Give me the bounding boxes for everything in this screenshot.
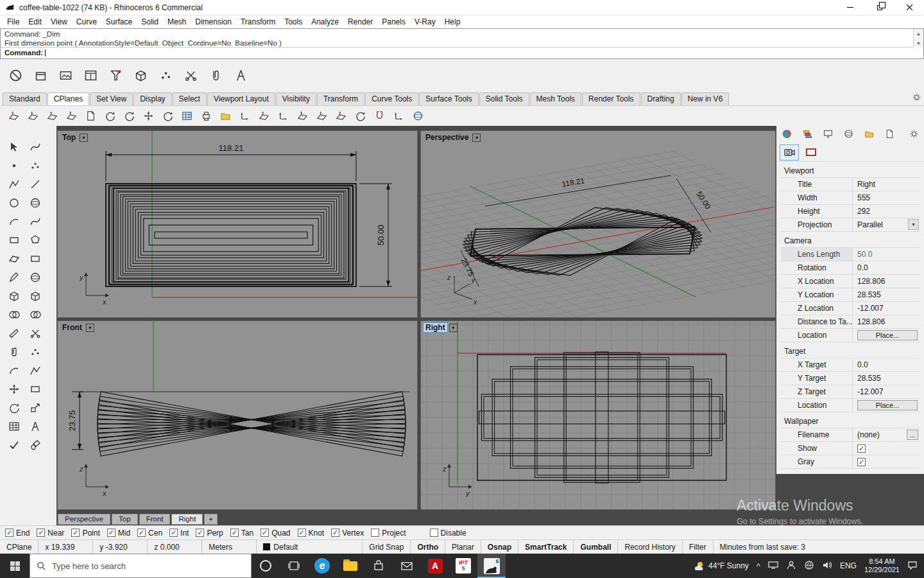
cylinder-tool-icon[interactable] bbox=[27, 288, 44, 304]
property-value[interactable]: 0.0 bbox=[853, 358, 920, 371]
menu-panels[interactable]: Panels bbox=[377, 16, 410, 28]
viewport-tab-perspective[interactable]: Perspective bbox=[58, 514, 110, 525]
cplane-view-icon[interactable] bbox=[63, 108, 80, 125]
osnap-mid[interactable]: ✓Mid bbox=[107, 529, 130, 538]
menu-mesh[interactable]: Mesh bbox=[163, 16, 191, 28]
osnap-tan[interactable]: ✓Tan bbox=[230, 529, 253, 538]
command-history[interactable]: Command: _Dim First dimension point ( An… bbox=[1, 29, 923, 48]
status-record-history[interactable]: Record History bbox=[618, 540, 682, 554]
polygon-tool-icon[interactable] bbox=[27, 232, 44, 249]
join-tool-icon[interactable] bbox=[6, 344, 22, 360]
start-button[interactable] bbox=[0, 554, 30, 578]
open-cplane-icon[interactable] bbox=[217, 108, 234, 125]
command-scrollbar[interactable]: ▲ ▼ bbox=[913, 29, 923, 48]
viewport-right-label[interactable]: Right ▾ bbox=[424, 323, 458, 332]
status-x[interactable]: x 19.339 bbox=[38, 540, 93, 554]
status-layer[interactable]: Default bbox=[257, 540, 363, 554]
new-viewport-tab[interactable]: + bbox=[204, 514, 218, 525]
trim-tool-icon[interactable] bbox=[6, 325, 22, 342]
viewport-perspective-label[interactable]: Perspective ▾ bbox=[424, 133, 481, 142]
tab-render-tools[interactable]: Render Tools bbox=[582, 92, 640, 105]
browse-button[interactable]: ... bbox=[907, 430, 918, 440]
split-tool-icon[interactable] bbox=[27, 325, 44, 342]
property-value[interactable]: 555 bbox=[853, 191, 920, 204]
status-z[interactable]: z 0.000 bbox=[148, 540, 202, 554]
language-indicator[interactable]: ENG bbox=[840, 561, 857, 570]
line-tool-icon[interactable] bbox=[27, 176, 44, 193]
world-front-icon[interactable] bbox=[313, 108, 330, 125]
status-units[interactable]: Meters bbox=[202, 540, 257, 554]
gumball-cplane-icon[interactable] bbox=[409, 108, 427, 125]
status-autosave[interactable]: Minutes from last save: 3 bbox=[714, 540, 924, 554]
osnap-project[interactable]: Project bbox=[371, 529, 406, 538]
checkbox[interactable]: ✓ bbox=[298, 529, 306, 537]
property-value[interactable]: 128.806 bbox=[853, 275, 920, 288]
scroll-down-icon[interactable]: ▼ bbox=[914, 39, 923, 48]
curve-tool-icon[interactable] bbox=[27, 213, 44, 230]
mirror-tool-icon[interactable] bbox=[27, 418, 44, 435]
projection-dropdown[interactable]: Parallel ▾ bbox=[853, 218, 920, 231]
notes-tab-icon[interactable] bbox=[884, 128, 895, 141]
arc-tool-icon[interactable] bbox=[6, 213, 22, 230]
tab-visibility[interactable]: Visibility bbox=[276, 92, 316, 105]
menu-render[interactable]: Render bbox=[343, 16, 377, 28]
viewport-perspective[interactable]: 118.2150.0023.75zxy Perspective ▾ bbox=[420, 130, 776, 318]
polyline-tool-icon[interactable] bbox=[6, 176, 22, 193]
libraries-tab-icon[interactable] bbox=[864, 128, 875, 141]
osnap-int[interactable]: ✓Int bbox=[169, 529, 189, 538]
points-tool-icon[interactable] bbox=[27, 157, 44, 174]
move-cplane-icon[interactable] bbox=[140, 108, 157, 125]
tilt-cplane-icon[interactable] bbox=[275, 108, 292, 125]
property-value[interactable]: 292 bbox=[853, 205, 920, 218]
status-smarttrack[interactable]: SmartTrack bbox=[518, 540, 574, 554]
checkbox[interactable]: ✓ bbox=[71, 529, 80, 537]
group-icon[interactable] bbox=[130, 66, 151, 86]
menu-file[interactable]: File bbox=[3, 16, 24, 28]
copy-tool-icon[interactable] bbox=[27, 381, 44, 398]
store-button[interactable] bbox=[364, 554, 393, 578]
viewport-top[interactable]: 118.2150.00yx Top ▾ bbox=[57, 130, 418, 318]
cplane-surface-icon[interactable] bbox=[44, 108, 61, 125]
checkbox[interactable]: ✓ bbox=[169, 529, 178, 537]
point-tool-icon[interactable] bbox=[6, 157, 22, 174]
cplane-world-icon[interactable] bbox=[5, 108, 22, 125]
minimize-button[interactable] bbox=[835, 0, 865, 15]
gray-checkbox[interactable]: ✓ bbox=[857, 458, 866, 466]
cplane-previous-icon[interactable] bbox=[101, 108, 119, 125]
search-input[interactable] bbox=[52, 561, 219, 571]
picture-frame-icon[interactable] bbox=[55, 66, 76, 86]
viewport-top-canvas[interactable]: 118.2150.00yx bbox=[58, 131, 417, 317]
adobe-button[interactable]: A bbox=[421, 554, 449, 578]
scissors-icon[interactable] bbox=[180, 66, 201, 86]
cplane-next-icon[interactable] bbox=[121, 108, 138, 125]
lasso-tool-icon[interactable] bbox=[27, 139, 44, 155]
menu-curve[interactable]: Curve bbox=[72, 16, 101, 28]
property-value[interactable]: 0.0 bbox=[853, 261, 920, 274]
cplane-z-icon[interactable] bbox=[255, 108, 273, 125]
viewport-tab-right[interactable]: Right bbox=[171, 514, 203, 525]
checkbox[interactable] bbox=[430, 529, 438, 537]
tray-expand-icon[interactable]: ^ bbox=[757, 561, 760, 571]
fillet-tool-icon[interactable] bbox=[6, 362, 22, 379]
world-top-icon[interactable] bbox=[294, 108, 311, 125]
viewport-right[interactable]: zy Right ▾ bbox=[420, 320, 776, 510]
osnap-quad[interactable]: ✓Quad bbox=[261, 529, 290, 538]
checkbox[interactable]: ✓ bbox=[5, 529, 13, 537]
menu-solid[interactable]: Solid bbox=[137, 16, 163, 28]
property-value[interactable]: -12.007 bbox=[853, 385, 920, 398]
layers-tab-icon[interactable] bbox=[802, 128, 813, 141]
osnap-perp[interactable]: ✓Perp bbox=[196, 529, 223, 538]
viewport-title[interactable]: Front bbox=[60, 323, 84, 332]
scroll-up-icon[interactable]: ▲ bbox=[914, 29, 923, 38]
action-center-icon[interactable] bbox=[907, 560, 918, 572]
menu-surface[interactable]: Surface bbox=[101, 16, 137, 28]
menu-vray[interactable]: V-Ray bbox=[410, 16, 440, 28]
menu-edit[interactable]: Edit bbox=[24, 16, 46, 28]
menu-dimension[interactable]: Dimension bbox=[191, 16, 236, 28]
tray-person-icon[interactable] bbox=[786, 560, 796, 572]
menu-transform[interactable]: Transform bbox=[236, 16, 280, 28]
paperclip-icon[interactable] bbox=[205, 66, 226, 86]
menu-view[interactable]: View bbox=[46, 16, 72, 28]
checkbox[interactable]: ✓ bbox=[230, 529, 239, 537]
osnap-point[interactable]: ✓Point bbox=[71, 529, 99, 538]
